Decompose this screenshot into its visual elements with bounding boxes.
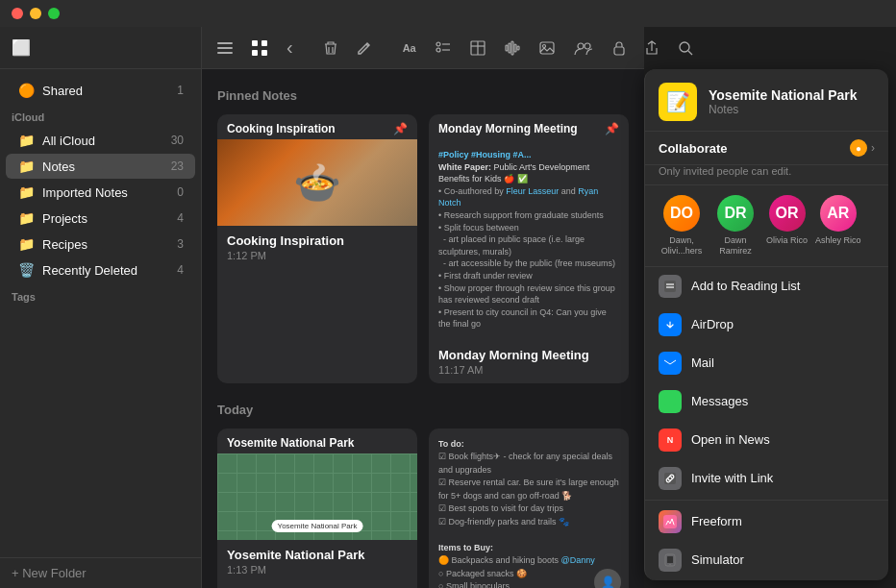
back-button[interactable]: ‹ (283, 33, 297, 62)
minimize-button[interactable] (30, 8, 41, 19)
family-card-preview: To do: ☑ Book flights✈ - check for any s… (429, 429, 629, 588)
cooking-note-time: 1:12 PM (227, 250, 408, 261)
collaborate-subtext: Only invited people can edit. (645, 165, 888, 185)
tags-section-header: Tags (0, 283, 201, 306)
monday-pin-icon: 📌 (605, 122, 619, 135)
recently-deleted-icon: 🗑️ (17, 261, 35, 279)
share-panel-note-info: Yosemite National Park Notes (709, 87, 875, 117)
compose-button[interactable] (353, 37, 376, 60)
sidebar-item-recently-deleted[interactable]: 🗑️ Recently Deleted 4 (6, 257, 195, 282)
collaborate-row[interactable]: Collaborate ● › (645, 132, 888, 165)
sidebar-item-projects[interactable]: 📁 Projects 4 (6, 206, 195, 231)
mail-label: Mail (691, 355, 714, 370)
share-menu-open-in-news[interactable]: N Open in News (645, 421, 888, 459)
collaborate-indicator: ● (850, 139, 867, 157)
delete-button[interactable] (320, 37, 341, 60)
share-button[interactable] (641, 37, 662, 60)
list-view-button[interactable] (213, 38, 236, 58)
avatar-ashley-rico: AR (820, 195, 857, 232)
sidebar-toggle-icon[interactable]: ⬜ (12, 38, 31, 57)
share-menu-invite-with-link[interactable]: Invite with Link (645, 459, 888, 498)
imported-notes-label: Imported Notes (42, 185, 173, 200)
checklist-button[interactable] (432, 37, 455, 60)
close-button[interactable] (12, 8, 23, 19)
svg-point-9 (436, 48, 440, 52)
all-icloud-count: 30 (171, 134, 184, 147)
recipes-label: Recipes (42, 237, 173, 252)
new-folder-label: + New Folder (12, 566, 87, 580)
svg-rect-15 (509, 43, 510, 53)
note-card-yosemite[interactable]: Yosemite National Park Yosemite National… (217, 429, 417, 588)
share-panel-note-app: Notes (709, 103, 875, 116)
sidebar-item-imported-notes[interactable]: 📁 Imported Notes 0 (6, 180, 195, 205)
share-menu-messages[interactable]: Messages (645, 382, 888, 421)
share-menu-simulator[interactable]: Simulator (645, 541, 888, 579)
svg-point-7 (436, 42, 440, 46)
share-menu-divider-1 (645, 500, 888, 501)
monday-note-title: Monday Morning Meeting (438, 348, 619, 362)
note-card-cooking-inspiration[interactable]: Cooking Inspiration 📌 Cooking Inspiratio… (217, 114, 417, 383)
media-button[interactable] (535, 37, 559, 60)
notes-count: 23 (171, 159, 184, 173)
yosemite-note-time: 1:13 PM (227, 564, 408, 576)
search-button[interactable] (674, 37, 697, 60)
svg-rect-35 (663, 515, 677, 528)
sidebar-item-all-icloud[interactable]: 📁 All iCloud 30 (6, 128, 195, 153)
notes-list: ‹ Aa (202, 27, 644, 588)
freeform-label: Freeform (691, 514, 742, 528)
maximize-button[interactable] (48, 8, 60, 19)
grid-view-button[interactable] (248, 37, 271, 60)
cooking-card-header: Cooking Inspiration 📌 (217, 114, 417, 139)
collaborator-ashley-rico[interactable]: AR Ashley Rico (815, 195, 861, 257)
monday-card-title: Monday Morning Meeting (438, 122, 578, 135)
collaborator-olivia-rico[interactable]: OR Olivia Rico (766, 195, 808, 257)
sidebar-item-recipes[interactable]: 📁 Recipes 3 (6, 232, 195, 257)
all-icloud-label: All iCloud (42, 134, 167, 148)
svg-point-22 (585, 43, 590, 49)
svg-point-38 (670, 564, 671, 565)
avatar-dawn-oliver: DO (663, 195, 700, 232)
font-button[interactable]: Aa (399, 38, 420, 58)
invite-link-icon (659, 467, 682, 490)
simulator-icon (659, 549, 682, 572)
svg-rect-0 (217, 42, 233, 44)
audio-button[interactable] (501, 37, 524, 60)
share-menu-freeform[interactable]: Freeform (645, 502, 888, 541)
messages-label: Messages (691, 394, 748, 408)
reading-list-icon (659, 275, 682, 298)
note-card-family-vacation[interactable]: To do: ☑ Book flights✈ - check for any s… (429, 429, 629, 588)
svg-rect-18 (517, 46, 519, 50)
table-button[interactable] (466, 37, 489, 60)
share-menu-reminders[interactable]: Reminders (645, 579, 888, 580)
share-menu-mail[interactable]: Mail (645, 344, 888, 382)
sidebar-content: 🟠 Shared 1 iCloud 📁 All iCloud 30 📁 Note… (0, 69, 201, 557)
sidebar-item-shared[interactable]: 🟠 Shared 1 (6, 78, 195, 103)
share-menu-airdrop[interactable]: AirDrop (645, 306, 888, 344)
recipes-count: 3 (177, 237, 184, 251)
chevron-right-icon: › (871, 141, 875, 155)
mail-icon (659, 352, 682, 375)
lock-button[interactable] (609, 37, 630, 60)
note-card-monday-meeting[interactable]: Monday Morning Meeting 📌 #Policy #Housin… (429, 114, 629, 383)
sidebar-footer: + New Folder (0, 557, 201, 588)
svg-rect-2 (217, 52, 233, 54)
collaborator-dawn-oliver[interactable]: DO Dawn, Olivi...hers (659, 195, 705, 257)
avatar-olivia-rico: OR (769, 195, 806, 232)
share-panel-note-title: Yosemite National Park (709, 87, 875, 104)
collaborate-label: Collaborate (659, 141, 850, 156)
share-panel-header: 📝 Yosemite National Park Notes (645, 69, 888, 132)
share-menu: Add to Reading List AirDrop Mail Message… (645, 267, 888, 580)
collaborate-button[interactable] (570, 37, 597, 60)
svg-rect-3 (252, 40, 258, 46)
new-folder-button[interactable]: + New Folder (12, 566, 189, 580)
svg-rect-19 (540, 42, 554, 54)
svg-rect-37 (667, 556, 673, 563)
simulator-label: Simulator (691, 552, 744, 567)
notes-content: Pinned Notes Cooking Inspiration 📌 Cooki… (202, 69, 644, 588)
share-menu-reading-list[interactable]: Add to Reading List (645, 267, 888, 306)
pin-icon: 📌 (393, 122, 408, 135)
cooking-card-title: Cooking Inspiration (227, 122, 336, 135)
collaborator-dawn-ramirez[interactable]: DR Dawn Ramirez (712, 195, 759, 257)
monday-card-preview: #Policy #Housing #A... White Paper: Publ… (429, 139, 629, 340)
sidebar-item-notes[interactable]: 📁 Notes 23 (6, 154, 195, 179)
